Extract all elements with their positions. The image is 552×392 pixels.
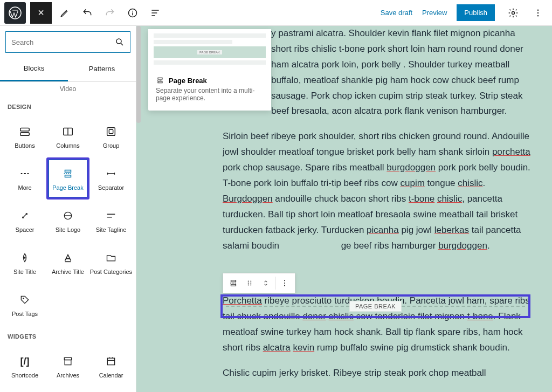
svg-rect-9 [20,133,30,136]
svg-point-21 [248,283,249,284]
block-spacer[interactable]: Spacer [3,200,46,242]
svg-rect-8 [20,128,30,132]
more-icon[interactable] [528,3,548,23]
block-archives[interactable]: Archives [46,345,89,387]
block-separator[interactable]: Separator [89,157,133,200]
top-toolbar: × Save draft Preview Publish [0,0,552,26]
save-draft-link[interactable]: Save draft [381,9,412,17]
paragraph: Sirloin beef ribeye pork shoulder, short… [223,129,532,253]
drag-handle-icon[interactable] [242,275,258,291]
block-calendar[interactable]: Calendar [89,345,133,387]
settings-icon[interactable] [503,3,523,23]
section-design: DESIGN [0,96,136,115]
panel-body: Video DESIGN Buttons Columns Group More … [0,82,136,392]
svg-point-6 [537,15,539,16]
move-arrows-icon[interactable] [258,275,274,291]
svg-point-3 [512,11,515,14]
block-shortcode[interactable]: [/]Shortcode [3,345,46,387]
svg-point-4 [537,9,539,10]
svg-point-20 [250,281,251,282]
block-columns[interactable]: Columns [46,115,89,157]
outline-icon[interactable] [146,3,165,23]
wp-logo[interactable] [4,2,26,24]
svg-point-23 [248,285,249,286]
tab-blocks[interactable]: Blocks [0,56,68,81]
block-buttons[interactable]: Buttons [3,115,46,157]
popover-title: Page Break [169,77,207,85]
block-site-tagline[interactable]: Site Tagline [89,200,133,242]
svg-point-27 [284,285,285,286]
block-options-icon[interactable] [277,275,293,291]
tab-patterns[interactable]: Patterns [68,56,136,81]
block-more[interactable]: More [3,157,46,200]
paragraph: y pastrami alcatra. Shoulder kevin flank… [271,26,532,119]
inserter-tabs: Blocks Patterns [0,56,136,82]
scrollbar[interactable] [136,26,141,123]
svg-point-19 [248,281,249,282]
info-icon[interactable] [123,3,142,23]
close-inserter-button[interactable]: × [30,2,52,24]
section-widgets: WIDGETS [0,326,136,345]
preview-link[interactable]: Preview [422,9,447,17]
block-archive-title[interactable]: Archive Title [46,242,89,284]
undo-icon[interactable] [78,3,97,23]
svg-rect-12 [109,129,113,133]
svg-point-15 [23,298,24,299]
paragraph: Chislic cupim jerky brisket. Ribeye stri… [223,366,532,381]
svg-rect-18 [107,358,114,365]
svg-point-7 [116,39,121,44]
page-break-block[interactable]: PAGE BREAK [220,294,530,318]
svg-point-2 [132,10,133,11]
block-site-title[interactable]: Site Title [3,242,46,284]
search-icon [115,37,125,47]
search-box[interactable] [5,31,130,53]
page-break-label: PAGE BREAK [349,301,402,312]
block-video-label: Video [0,84,136,96]
block-page-break[interactable]: Page Break [46,157,89,200]
block-post-tags[interactable]: Post Tags [3,284,46,326]
svg-rect-11 [107,128,115,136]
block-type-icon[interactable] [225,275,242,291]
svg-point-24 [250,285,251,286]
svg-point-26 [284,283,285,284]
block-group[interactable]: Group [89,115,133,157]
svg-rect-17 [65,360,71,365]
search-input[interactable] [11,38,115,46]
publish-button[interactable]: Publish [457,4,495,21]
block-toolbar [223,273,295,293]
svg-point-5 [537,12,539,13]
article-content[interactable]: y pastrami alcatra. Shoulder kevin flank… [223,26,532,391]
svg-point-22 [250,283,251,284]
editor-canvas: PAGE BREAK Page Break Separate your cont… [136,26,552,392]
block-post-categories[interactable]: Post Categories [89,242,133,284]
edit-icon[interactable] [55,3,74,23]
redo-icon[interactable] [100,3,120,23]
block-site-logo[interactable]: Site Logo [46,200,89,242]
svg-point-25 [284,280,285,281]
block-inserter-panel: Blocks Patterns Video DESIGN Buttons Col… [0,26,136,392]
svg-point-14 [24,257,25,258]
